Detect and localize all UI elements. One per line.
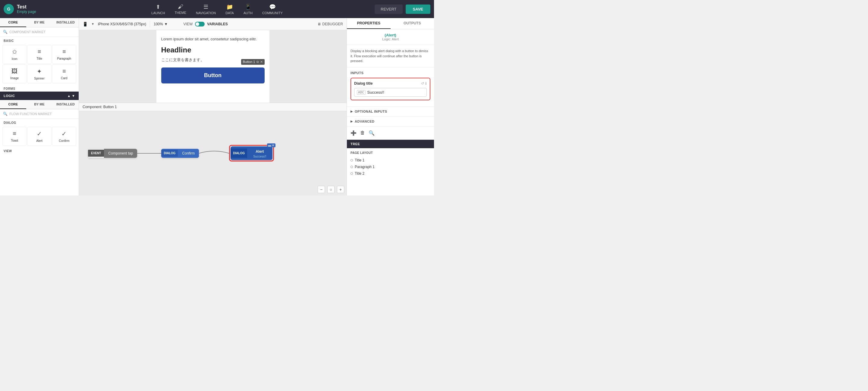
tab-byme-logic[interactable]: BY ME [26, 100, 53, 109]
connector-2 [199, 146, 229, 161]
logic-canvas-toolbar: Component: Button 1 [79, 103, 347, 111]
minimize-icon[interactable]: ▬ [268, 144, 271, 147]
canvas-button[interactable]: Button [161, 67, 265, 84]
basic-components-grid: ✩ Icon ≡ Title ≡ Paragraph 🖼 Image ✦ [0, 44, 79, 85]
dialog-title-input-group: Dialog title ↺ ℹ ABC [350, 78, 430, 100]
delete-action-icon[interactable]: 🗑 [360, 130, 365, 136]
flow-node-alert-wrapper: ▬ ✕ DIALOG Alert Success!! [229, 145, 274, 161]
spinner-component-label: Spinner [34, 77, 44, 80]
tab-installed-logic[interactable]: INSTALLED [53, 100, 79, 109]
view-label: VIEW [184, 22, 193, 26]
left-panel: CORE BY ME INSTALLED 🔍 BASIC ✩ Icon [0, 18, 79, 195]
component-alert-item[interactable]: ✓ Alert [27, 127, 51, 146]
logic-search-input[interactable] [9, 112, 76, 116]
optional-inputs-label: OPTIONAL INPUTS [355, 110, 387, 113]
component-toast-item[interactable]: ≡ Toast [2, 127, 27, 146]
dialog-title-field[interactable] [367, 90, 424, 95]
view-section-label: VIEW [0, 147, 79, 154]
button-node-label: Button 1 [243, 60, 255, 64]
tree-item-paragraph1[interactable]: Paragraph 1 [350, 164, 430, 170]
close-alert-icon[interactable]: ✕ [272, 144, 274, 147]
component-confirm-item[interactable]: ✓ Confirm [52, 127, 76, 146]
logic-section: CORE BY ME INSTALLED 🔍 DIALOG ≡ Toast [0, 100, 79, 172]
component-image-item[interactable]: 🖼 Image [2, 64, 27, 84]
search-action-icon[interactable]: 🔍 [369, 130, 375, 136]
app-name: Test [17, 4, 36, 10]
info-icon[interactable]: ℹ [425, 82, 427, 86]
component-paragraph-item[interactable]: ≡ Paragraph [52, 45, 76, 64]
save-button[interactable]: SAVE [406, 4, 430, 14]
tree-item-title2[interactable]: Title 2 [350, 170, 430, 177]
right-panel-header: (Alert) Logic: Alert [347, 29, 434, 45]
component-title-item[interactable]: ≡ Title [27, 45, 51, 64]
event-label: Component tap [104, 149, 137, 158]
zoom-in-button[interactable]: + [337, 186, 344, 193]
reset-zoom-button[interactable]: ○ [327, 186, 335, 193]
view-toggle-switch[interactable] [195, 22, 205, 27]
tree-item-title1[interactable]: Title 1 [350, 157, 430, 164]
nav-data-label: DATA [225, 11, 234, 15]
image-component-icon: 🖼 [11, 68, 18, 75]
logo-area: G Test Empty page [4, 4, 64, 14]
add-action-icon[interactable]: ➕ [350, 130, 356, 136]
revert-button[interactable]: REVERT [375, 4, 403, 14]
tab-core-components[interactable]: CORE [0, 18, 26, 27]
connector-svg-1 [137, 150, 161, 156]
component-search-input[interactable] [9, 30, 76, 34]
icon-component-label: Icon [12, 57, 18, 61]
component-section: CORE BY ME INSTALLED 🔍 BASIC ✩ Icon [0, 18, 79, 92]
copy-icon[interactable]: ⧉ [256, 60, 259, 64]
phone-headline: Headline [161, 46, 265, 54]
image-component-label: Image [10, 76, 19, 80]
action-icons-row: ➕ 🗑 🔍 [347, 126, 434, 139]
tab-outputs[interactable]: OUTPUTS [391, 18, 434, 29]
flow-node-event[interactable]: EVENT Component tap [88, 149, 137, 158]
advanced-arrow-icon: ▶ [350, 120, 353, 123]
launch-icon: ⬆ [156, 4, 160, 10]
forms-section-label: FORMS [0, 85, 79, 92]
confirm-label: Confirm [178, 149, 199, 158]
tree-dot-icon [350, 159, 353, 161]
debugger-button[interactable]: 🖥 DEBUGGER [317, 22, 343, 26]
tab-byme-components[interactable]: BY ME [26, 18, 53, 27]
search-icon-logic: 🔍 [3, 112, 7, 116]
refresh-icon[interactable]: ↺ [421, 82, 424, 86]
tree-dot-icon [350, 166, 353, 168]
button-controls: Button 1 ⧉ ✕ [241, 59, 265, 65]
nav-auth[interactable]: 📱 AUTH [244, 4, 253, 15]
zoom-chevron-icon: ▼ [164, 22, 168, 26]
arrow-up-icon[interactable]: ▲ [67, 94, 70, 98]
nav-community[interactable]: 💬 COMMUNITY [262, 4, 283, 15]
device-selector[interactable]: iPhone XS/X/6/6S/7/8 (375px) [98, 22, 146, 26]
tab-installed-components[interactable]: INSTALLED [53, 18, 79, 27]
logo-icon[interactable]: G [4, 4, 14, 14]
nav-launch[interactable]: ⬆ LAUNCH [151, 4, 165, 15]
nav-right-actions: REVERT SAVE [375, 4, 430, 14]
component-card-item[interactable]: ≡ Card [52, 64, 76, 84]
dialog-title-label: Dialog title [354, 82, 373, 86]
canvas-area: Lorem ipsum dolor sit amet, consetetur s… [79, 30, 347, 103]
component-spinner-item[interactable]: ✦ Spinner [27, 64, 51, 84]
flow-node-confirm[interactable]: DIALOG Confirm [161, 149, 199, 158]
alert-node-controls: ▬ ✕ [267, 143, 276, 147]
arrow-down-icon[interactable]: ▼ [72, 94, 75, 98]
nav-navigation[interactable]: ☰ NAVIGATION [196, 4, 216, 15]
component-icon-item[interactable]: ✩ Icon [2, 45, 27, 64]
right-panel-description: Display a blocking alert dialog with a b… [347, 45, 434, 67]
nav-auth-label: AUTH [244, 11, 253, 15]
nav-theme[interactable]: 🖌 THEME [175, 4, 187, 15]
tree-content: PAGE LAYOUT Title 1 Paragraph 1 Title 2 [347, 148, 434, 180]
alert-node-title: Alert [251, 148, 268, 155]
flow-node-alert[interactable]: DIALOG Alert Success!! [230, 146, 272, 160]
selected-component-title[interactable]: (Alert) [350, 33, 430, 37]
nav-data[interactable]: 📁 DATA [225, 4, 234, 15]
right-panel-tabs: PROPERTIES OUTPUTS [347, 18, 434, 29]
dialog-components-grid: ≡ Toast ✓ Alert ✓ Confirm [0, 126, 79, 147]
zoom-selector[interactable]: 100% ▼ [154, 22, 168, 26]
tab-core-logic[interactable]: CORE [0, 100, 26, 109]
tab-properties[interactable]: PROPERTIES [347, 18, 391, 29]
close-icon[interactable]: ✕ [260, 60, 263, 64]
zoom-out-button[interactable]: − [318, 186, 325, 193]
optional-inputs-section[interactable]: ▶ OPTIONAL INPUTS [347, 106, 434, 116]
advanced-section[interactable]: ▶ ADVANCED [347, 116, 434, 126]
